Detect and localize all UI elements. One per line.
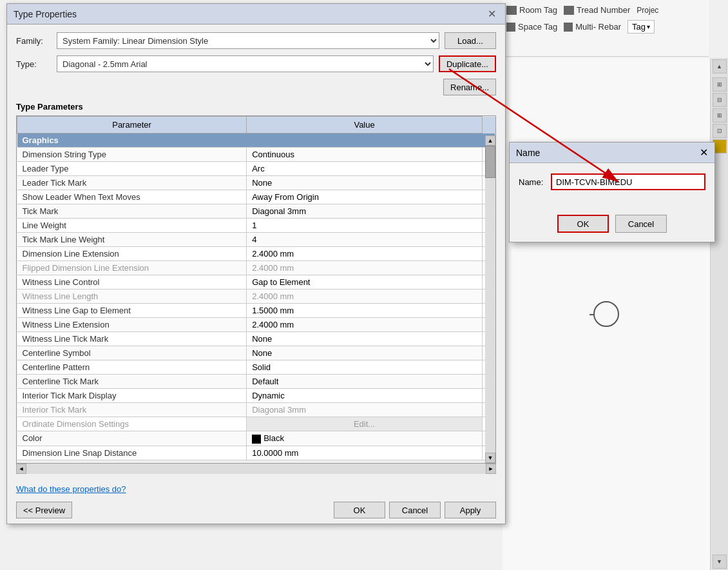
- param-name-cell: Tick Mark: [17, 204, 247, 219]
- params-table: Parameter Value GraphicsDimension String…: [17, 116, 495, 460]
- type-row: Type: Diagonal - 2.5mm Arial Duplicate..…: [16, 55, 496, 72]
- table-scroll-thumb[interactable]: [485, 146, 495, 178]
- name-cancel-button[interactable]: Cancel: [615, 215, 667, 233]
- tag-label: Tag: [632, 22, 646, 32]
- param-value-cell: Default: [247, 375, 483, 389]
- param-value-cell: Gap to Element: [247, 275, 483, 290]
- space-tag-icon: [506, 23, 515, 32]
- param-value-cell: None: [247, 332, 483, 346]
- param-value-cell: Diagonal 3mm: [247, 204, 483, 219]
- name-ok-button[interactable]: OK: [557, 215, 609, 233]
- table-row: Witness Line Tick MarkNone: [17, 332, 495, 346]
- multi-rebar-icon: [564, 23, 573, 32]
- sidebar-btn-1[interactable]: ⊞: [713, 77, 727, 92]
- table-row: Graphics: [17, 133, 495, 148]
- param-value-cell: 4: [247, 233, 483, 247]
- table-row: Witness Line ControlGap to Element: [17, 275, 495, 290]
- table-row: Line Weight1: [17, 219, 495, 233]
- table-row: Leader TypeArc: [17, 162, 495, 176]
- name-dialog-title: Name: [516, 148, 540, 158]
- table-scrollbar[interactable]: ▲ ▼: [485, 135, 495, 463]
- param-name-cell: Leader Tick Mark: [17, 176, 247, 190]
- footer-right-buttons: OK Cancel Apply: [334, 502, 496, 518]
- family-select[interactable]: System Family: Linear Dimension Style: [57, 32, 439, 49]
- table-row: Witness Line Extension2.4000 mm: [17, 318, 495, 332]
- param-name-cell: Witness Line Length: [17, 290, 247, 304]
- section-header-cell: Graphics: [17, 133, 495, 148]
- tread-number-icon: [564, 6, 574, 15]
- type-properties-body: Family: System Family: Linear Dimension …: [7, 25, 505, 482]
- param-value-cell: 2.4000 mm: [247, 290, 483, 304]
- rename-button[interactable]: Rename...: [443, 79, 496, 95]
- param-value-cell: 10.0000 mm: [247, 446, 483, 460]
- load-button[interactable]: Load...: [445, 32, 496, 49]
- table-row: ColorBlack: [17, 431, 495, 446]
- type-properties-titlebar: Type Properties ✕: [7, 4, 505, 25]
- param-value-cell: Away From Origin: [247, 190, 483, 204]
- table-row: Centerline PatternSolid: [17, 360, 495, 375]
- param-value-cell: None: [247, 346, 483, 360]
- family-label: Family:: [16, 36, 52, 46]
- name-dialog-close-button[interactable]: ✕: [700, 146, 708, 159]
- param-value-cell: 2.4000 mm: [247, 261, 483, 275]
- duplicate-button[interactable]: Duplicate...: [439, 55, 496, 72]
- horiz-scroll-track: [26, 464, 486, 474]
- param-name-cell: Color: [17, 431, 247, 446]
- table-row: Witness Line Gap to Element1.5000 mm: [17, 304, 495, 318]
- toolbar-room-tag[interactable]: Room Tag: [506, 5, 557, 15]
- table-row: Centerline SymbolNone: [17, 346, 495, 360]
- table-row: Show Leader When Text MovesAway From Ori…: [17, 190, 495, 204]
- param-name-cell: Centerline Pattern: [17, 360, 247, 375]
- properties-help-link[interactable]: What do these properties do?: [16, 484, 126, 494]
- table-row: Tick Mark Line Weight4: [17, 233, 495, 247]
- param-name-cell: Witness Line Control: [17, 275, 247, 290]
- tag-dropdown[interactable]: Tag ▾: [627, 20, 655, 34]
- apply-button[interactable]: Apply: [445, 502, 496, 518]
- sidebar-scroll-down[interactable]: ▼: [713, 555, 727, 569]
- param-value-cell: Diagonal 3mm: [247, 403, 483, 417]
- param-name-cell: Dimension String Type: [17, 148, 247, 162]
- table-row: Leader Tick MarkNone: [17, 176, 495, 190]
- param-value-cell: Arc: [247, 162, 483, 176]
- param-value-cell: Dynamic: [247, 389, 483, 403]
- table-row: Dimension Line Extension2.4000 mm: [17, 247, 495, 261]
- color-swatch: [252, 435, 261, 444]
- toolbar-space-tag[interactable]: Space Tag: [506, 22, 557, 32]
- param-name-cell: Line Weight: [17, 219, 247, 233]
- col-scroll-header: [483, 117, 495, 133]
- param-name-cell: Witness Line Extension: [17, 318, 247, 332]
- param-value-cell: Continuous: [247, 148, 483, 162]
- name-input[interactable]: [551, 173, 705, 190]
- top-toolbar: Room Tag Tread Number Projec Space Tag M…: [503, 0, 709, 57]
- table-scroll-up[interactable]: ▲: [485, 135, 495, 146]
- tag-chevron-icon: ▾: [647, 23, 650, 30]
- type-select[interactable]: Diagonal - 2.5mm Arial: [57, 55, 434, 72]
- horiz-scroll-right[interactable]: ►: [486, 464, 496, 474]
- type-properties-close-button[interactable]: ✕: [485, 8, 499, 20]
- param-value-cell[interactable]: Edit...: [247, 417, 483, 431]
- param-name-cell: Show Leader When Text Moves: [17, 190, 247, 204]
- canvas-element: [593, 301, 619, 327]
- table-row: Dimension String TypeContinuous: [17, 148, 495, 162]
- preview-button[interactable]: << Preview: [16, 502, 72, 518]
- main-canvas: [503, 58, 710, 570]
- toolbar-multi-rebar[interactable]: Multi- Rebar: [564, 22, 621, 32]
- name-dialog-footer: OK Cancel: [510, 211, 714, 242]
- param-name-cell: Tick Mark Line Weight: [17, 233, 247, 247]
- bottom-link-area: What do these properties do?: [7, 482, 505, 496]
- sidebar-btn-2[interactable]: ⊟: [713, 93, 727, 107]
- ok-button[interactable]: OK: [334, 502, 385, 518]
- toolbar-tread-number[interactable]: Tread Number: [564, 5, 630, 15]
- right-sidebar: ▲ ⊞ ⊟ ⊞ ⊡ ▼: [710, 58, 728, 570]
- param-value-cell: Solid: [247, 360, 483, 375]
- sidebar-btn-4[interactable]: ⊡: [713, 124, 727, 138]
- param-name-cell: Leader Type: [17, 162, 247, 176]
- tread-number-label: Tread Number: [577, 5, 630, 15]
- col-value: Value: [247, 117, 483, 133]
- table-scroll-down[interactable]: ▼: [485, 453, 495, 463]
- sidebar-scroll-up[interactable]: ▲: [713, 59, 727, 74]
- horiz-scroll-left[interactable]: ◄: [16, 464, 26, 474]
- cancel-button[interactable]: Cancel: [389, 502, 441, 518]
- table-scroll-track: [485, 146, 495, 453]
- sidebar-btn-3[interactable]: ⊞: [713, 108, 727, 123]
